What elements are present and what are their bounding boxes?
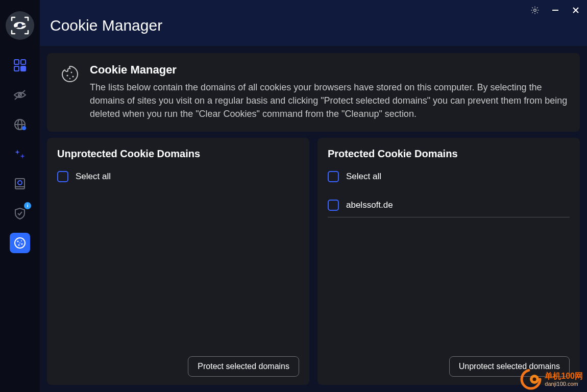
nav: i (0, 55, 40, 253)
protected-footer: Unprotect selected domains (328, 351, 570, 377)
unprotected-panel: Unprotected Cookie Domains Select all Pr… (47, 138, 309, 385)
nav-cleanup[interactable] (10, 144, 30, 164)
page-title: Cookie Manager (50, 17, 162, 34)
content: Cookie Manager The lists below contain t… (40, 46, 587, 392)
svg-point-20 (18, 244, 20, 246)
nav-dashboard[interactable] (10, 55, 30, 76)
minimize-icon (552, 7, 559, 14)
globe-icon (13, 117, 27, 132)
svg-line-28 (537, 12, 538, 13)
nav-scan[interactable] (10, 174, 30, 194)
intro-text: Cookie Manager The lists below contain t… (90, 63, 568, 120)
checkbox-icon (328, 171, 339, 182)
eye-slash-icon (13, 88, 27, 102)
svg-rect-3 (14, 60, 19, 64)
info-badge: i (24, 202, 31, 209)
svg-rect-5 (14, 66, 19, 71)
svg-point-12 (22, 126, 26, 130)
panels-row: Unprotected Cookie Domains Select all Pr… (47, 138, 580, 385)
svg-point-18 (21, 240, 22, 241)
settings-button[interactable] (530, 5, 540, 15)
cookie-icon (13, 236, 27, 250)
svg-line-27 (532, 7, 533, 8)
nav-web[interactable] (10, 114, 30, 135)
svg-point-21 (19, 242, 20, 243)
select-all-label: Select all (346, 172, 381, 182)
svg-rect-4 (21, 60, 26, 64)
domain-label: abelssoft.de (346, 200, 393, 210)
unprotected-select-all[interactable]: Select all (57, 168, 299, 185)
select-all-label: Select all (76, 172, 111, 182)
protected-select-all[interactable]: Select all (328, 168, 570, 185)
unprotect-button[interactable]: Unprotect selected domains (449, 356, 570, 377)
intro-card: Cookie Manager The lists below contain t… (47, 53, 580, 132)
sidebar: i (0, 0, 40, 392)
window-controls (530, 5, 581, 15)
svg-point-37 (69, 78, 70, 79)
protected-list-spacer (328, 217, 570, 351)
svg-rect-6 (21, 66, 26, 71)
svg-point-22 (534, 9, 536, 12)
protected-panel: Protected Cookie Domains Select all abel… (317, 138, 580, 385)
svg-line-30 (537, 7, 538, 8)
shield-icon (13, 207, 27, 220)
svg-point-14 (18, 181, 22, 185)
checkbox-icon (328, 200, 339, 211)
checkbox-icon (57, 171, 68, 182)
unprotected-footer: Protect selected domains (57, 351, 299, 377)
close-icon (572, 7, 579, 14)
intro-icon-col (59, 63, 81, 120)
svg-point-34 (66, 75, 68, 76)
gear-icon (530, 6, 540, 15)
svg-point-35 (71, 72, 72, 74)
domain-row[interactable]: abelssoft.de (328, 193, 570, 217)
nav-privacy[interactable] (10, 85, 30, 105)
svg-line-29 (532, 12, 533, 13)
nav-cookie-manager[interactable] (10, 233, 30, 253)
app-logo (6, 11, 34, 40)
unprotected-list (57, 185, 299, 351)
main-column: Cookie Manager (40, 0, 587, 392)
minimize-button[interactable] (550, 5, 560, 15)
intro-heading: Cookie Manager (90, 63, 568, 77)
svg-line-8 (15, 90, 25, 100)
svg-point-36 (72, 76, 74, 77)
protect-button[interactable]: Protect selected domains (188, 356, 299, 377)
svg-point-17 (17, 241, 19, 242)
close-button[interactable] (571, 5, 581, 15)
unprotected-title: Unprotected Cookie Domains (57, 148, 299, 160)
cookie-outline-icon (60, 64, 80, 84)
intro-body: The lists below contain the domains of a… (90, 81, 568, 120)
svg-point-19 (21, 243, 23, 245)
titlebar: Cookie Manager (40, 0, 587, 46)
nav-shield[interactable]: i (10, 203, 30, 224)
grid-icon (13, 59, 27, 72)
scan-icon (13, 177, 27, 190)
sparkle-icon (13, 148, 27, 161)
protected-title: Protected Cookie Domains (328, 148, 570, 160)
